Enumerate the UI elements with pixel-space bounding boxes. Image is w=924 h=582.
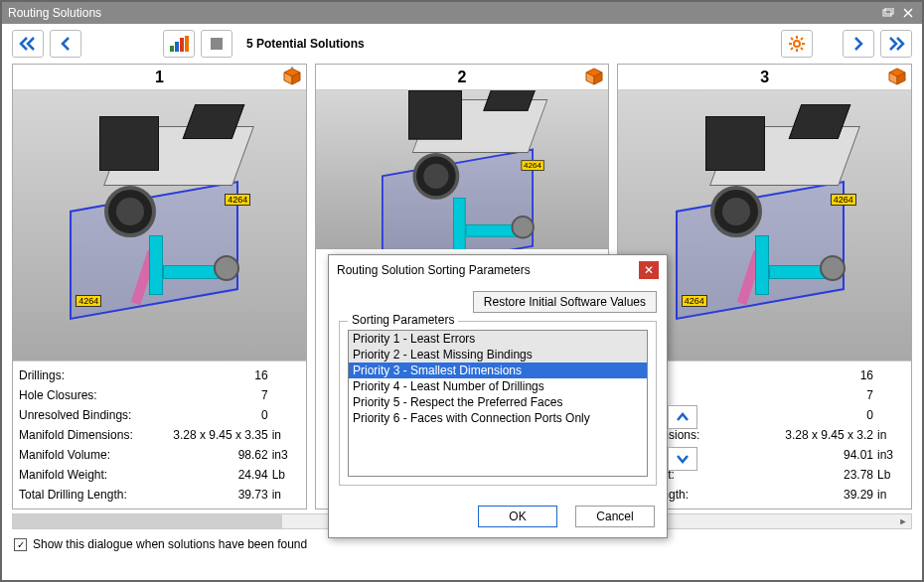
next-button[interactable]: [843, 30, 874, 58]
tag-label: 4264: [521, 160, 543, 171]
prop-value: 23.78: [753, 468, 877, 482]
settings-button[interactable]: [781, 30, 813, 58]
prop-unit: in: [877, 488, 905, 502]
prop-value: 39.29: [753, 488, 877, 502]
stop-button[interactable]: [201, 30, 232, 58]
prop-value: 0: [753, 408, 877, 422]
chevron-up-icon: [676, 412, 690, 422]
prop-unit: in3: [272, 448, 300, 462]
solution-index: 3: [760, 69, 769, 86]
ok-button[interactable]: OK: [478, 506, 557, 527]
list-item[interactable]: Priority 4 - Least Number of Drillings: [349, 378, 647, 394]
toolbar-title: 5 Potential Solutions: [246, 37, 365, 51]
view-cube-icon[interactable]: [584, 67, 604, 86]
prop-label: Unresolved Bindings:: [19, 408, 148, 422]
prop-value: 16: [753, 368, 877, 382]
solution-index: 1: [155, 69, 164, 86]
prop-unit: Lb: [877, 468, 905, 482]
stop-icon: [211, 38, 223, 50]
tag-label: 4264: [76, 295, 101, 307]
last-button[interactable]: [880, 30, 912, 58]
list-item[interactable]: Priority 6 - Faces with Connection Ports…: [349, 410, 647, 426]
dialog-title: Routing Solution Sorting Parameters: [337, 263, 531, 277]
svg-line-10: [801, 48, 803, 50]
solution-index: 2: [458, 69, 467, 86]
restore-defaults-button[interactable]: Restore Initial Software Values: [473, 291, 657, 313]
prop-label: Manifold Volume:: [19, 448, 148, 462]
toolbar: 5 Potential Solutions: [2, 24, 922, 64]
list-item[interactable]: Priority 1 - Least Errors: [349, 331, 647, 347]
prop-label: Hole Closures:: [19, 388, 148, 402]
gear-icon: [788, 35, 806, 53]
prop-unit: in: [877, 428, 905, 442]
priority-listbox[interactable]: Priority 1 - Least Errors Priority 2 - L…: [348, 330, 648, 477]
chevron-down-icon: [676, 454, 690, 464]
prop-unit: in: [272, 428, 300, 442]
prop-value: 3.28 x 9.45 x 3.2: [753, 428, 877, 442]
show-dialogue-checkbox[interactable]: ✓: [14, 538, 27, 551]
move-up-button[interactable]: [668, 405, 697, 429]
prop-value: 7: [148, 388, 272, 402]
chart-button[interactable]: [163, 30, 195, 58]
viewport-3d[interactable]: 4264: [316, 90, 609, 249]
svg-rect-1: [885, 8, 893, 14]
window-titlebar: Routing Solutions: [2, 2, 922, 24]
prop-label: Drillings:: [19, 368, 148, 382]
window-restore-icon[interactable]: [880, 6, 896, 20]
prop-value: 98.62: [148, 448, 272, 462]
prop-value: 0: [148, 408, 272, 422]
prev-button[interactable]: [50, 30, 81, 58]
prop-label: Manifold Weight:: [19, 468, 148, 482]
prop-unit: in: [272, 488, 300, 502]
prop-value: 24.94: [148, 468, 272, 482]
tag-label: 4264: [831, 194, 856, 206]
svg-line-11: [801, 38, 803, 40]
prop-value: 39.73: [148, 488, 272, 502]
list-item[interactable]: Priority 3 - Smallest Dimensions: [349, 363, 647, 378]
prop-label: Manifold Dimensions:: [19, 428, 148, 442]
list-item[interactable]: Priority 5 - Respect the Preferred Faces: [349, 394, 647, 410]
solution-card: 1 4264 4264 Drillings:16 Hole Closures:7…: [12, 64, 307, 509]
tag-label: 4264: [682, 295, 707, 307]
prop-value: 94.01: [753, 448, 877, 462]
scrollbar-thumb[interactable]: [13, 514, 282, 528]
prop-value: 3.28 x 9.45 x 3.35: [148, 428, 272, 442]
view-cube-icon[interactable]: [887, 67, 907, 86]
dialog-close-button[interactable]: ✕: [639, 261, 659, 279]
scroll-right-icon[interactable]: ►: [895, 514, 911, 528]
viewport-3d[interactable]: 4264 4264: [13, 90, 306, 361]
window-close-icon[interactable]: [900, 6, 916, 20]
svg-line-9: [791, 38, 793, 40]
solution-properties: Drillings:16 Hole Closures:7 Unresolved …: [13, 361, 306, 509]
move-down-button[interactable]: [668, 447, 697, 471]
bar-chart-icon: [170, 36, 189, 52]
show-dialogue-label: Show this dialogue when solutions have b…: [33, 537, 307, 551]
svg-line-12: [791, 48, 793, 50]
prop-value: 16: [148, 368, 272, 382]
first-button[interactable]: [12, 30, 44, 58]
prop-unit: in3: [877, 448, 905, 462]
cancel-button[interactable]: Cancel: [575, 506, 655, 527]
window-title: Routing Solutions: [8, 6, 101, 20]
svg-point-4: [794, 41, 800, 47]
svg-rect-0: [883, 10, 891, 16]
view-cube-icon[interactable]: [282, 67, 302, 86]
prop-label: Total Drilling Length:: [19, 488, 148, 502]
prop-value: 7: [753, 388, 877, 402]
tag-label: 4264: [225, 194, 250, 206]
list-item[interactable]: Priority 2 - Least Missing Bindings: [349, 347, 647, 363]
prop-unit: Lb: [272, 468, 300, 482]
group-label: Sorting Parameters: [348, 313, 458, 327]
sorting-dialog: Routing Solution Sorting Parameters ✕ Re…: [328, 254, 668, 538]
